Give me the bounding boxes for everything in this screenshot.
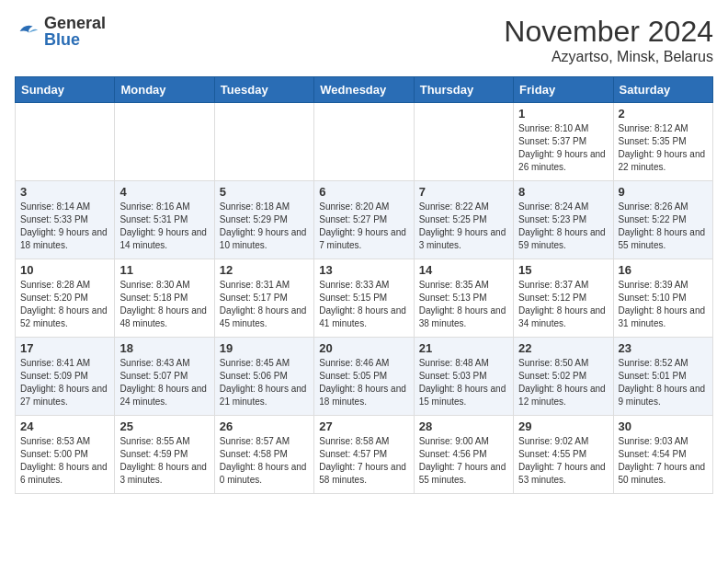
calendar-table: SundayMondayTuesdayWednesdayThursdayFrid… [15,76,713,494]
calendar-cell: 4Sunrise: 8:16 AM Sunset: 5:31 PM Daylig… [115,181,214,259]
day-number: 16 [619,263,708,277]
logo-bird-icon [15,18,40,44]
day-number: 1 [518,107,608,121]
day-number: 28 [419,419,508,433]
calendar-cell: 30Sunrise: 9:03 AM Sunset: 4:54 PM Dayli… [613,416,712,494]
day-info: Sunrise: 8:26 AM Sunset: 5:22 PM Dayligh… [619,201,708,252]
title-block: November 2024 Azyartso, Minsk, Belarus [504,15,713,65]
calendar-cell [16,103,115,181]
calendar-cell: 16Sunrise: 8:39 AM Sunset: 5:10 PM Dayli… [613,259,712,338]
day-info: Sunrise: 8:20 AM Sunset: 5:27 PM Dayligh… [319,201,408,252]
calendar-cell: 11Sunrise: 8:30 AM Sunset: 5:18 PM Dayli… [115,259,214,338]
day-info: Sunrise: 8:31 AM Sunset: 5:17 PM Dayligh… [220,279,309,330]
calendar-cell: 8Sunrise: 8:24 AM Sunset: 5:23 PM Daylig… [514,181,613,259]
day-number: 22 [518,341,608,355]
day-number: 20 [319,341,408,355]
calendar-body: 1Sunrise: 8:10 AM Sunset: 5:37 PM Daylig… [16,103,713,494]
day-number: 30 [619,419,708,433]
day-info: Sunrise: 8:50 AM Sunset: 5:02 PM Dayligh… [518,357,608,408]
calendar-cell: 29Sunrise: 9:02 AM Sunset: 4:55 PM Dayli… [514,416,613,494]
calendar-cell: 6Sunrise: 8:20 AM Sunset: 5:27 PM Daylig… [314,181,414,259]
day-number: 6 [319,185,408,199]
day-info: Sunrise: 8:10 AM Sunset: 5:37 PM Dayligh… [518,122,608,174]
logo-blue: Blue [44,31,106,48]
calendar-cell [414,103,513,181]
day-info: Sunrise: 8:55 AM Sunset: 4:59 PM Dayligh… [119,435,209,487]
calendar-cell: 1Sunrise: 8:10 AM Sunset: 5:37 PM Daylig… [514,103,613,181]
day-number: 21 [419,341,508,355]
page-subtitle: Azyartso, Minsk, Belarus [504,49,713,65]
day-info: Sunrise: 8:28 AM Sunset: 5:20 PM Dayligh… [20,279,109,330]
week-row-3: 10Sunrise: 8:28 AM Sunset: 5:20 PM Dayli… [16,259,713,338]
day-info: Sunrise: 8:24 AM Sunset: 5:23 PM Dayligh… [518,201,608,252]
calendar-cell: 13Sunrise: 8:33 AM Sunset: 5:15 PM Dayli… [314,259,414,338]
day-number: 23 [619,341,708,355]
day-number: 8 [518,185,608,199]
day-number: 11 [119,263,209,277]
calendar-cell: 23Sunrise: 8:52 AM Sunset: 5:01 PM Dayli… [613,338,712,416]
header-tuesday: Tuesday [214,77,313,103]
day-number: 18 [119,341,209,355]
day-info: Sunrise: 8:37 AM Sunset: 5:12 PM Dayligh… [518,279,608,330]
day-number: 2 [619,107,708,121]
day-info: Sunrise: 8:18 AM Sunset: 5:29 PM Dayligh… [220,201,309,252]
week-row-2: 3Sunrise: 8:14 AM Sunset: 5:33 PM Daylig… [16,181,713,259]
calendar-cell: 9Sunrise: 8:26 AM Sunset: 5:22 PM Daylig… [613,181,712,259]
calendar-cell: 2Sunrise: 8:12 AM Sunset: 5:35 PM Daylig… [613,103,712,181]
day-info: Sunrise: 8:57 AM Sunset: 4:58 PM Dayligh… [220,435,309,487]
week-row-5: 24Sunrise: 8:53 AM Sunset: 5:00 PM Dayli… [16,416,713,494]
day-info: Sunrise: 8:45 AM Sunset: 5:06 PM Dayligh… [220,357,309,408]
header-thursday: Thursday [414,77,513,103]
calendar-cell: 14Sunrise: 8:35 AM Sunset: 5:13 PM Dayli… [414,259,513,338]
day-info: Sunrise: 8:30 AM Sunset: 5:18 PM Dayligh… [119,279,209,330]
calendar-cell: 12Sunrise: 8:31 AM Sunset: 5:17 PM Dayli… [214,259,313,338]
header-saturday: Saturday [613,77,712,103]
day-number: 12 [220,263,309,277]
header-friday: Friday [514,77,613,103]
day-number: 4 [119,185,209,199]
calendar-cell: 28Sunrise: 9:00 AM Sunset: 4:56 PM Dayli… [414,416,513,494]
day-info: Sunrise: 9:00 AM Sunset: 4:56 PM Dayligh… [419,435,508,487]
day-number: 25 [119,419,209,433]
day-info: Sunrise: 8:16 AM Sunset: 5:31 PM Dayligh… [119,201,209,252]
day-number: 29 [518,419,608,433]
calendar-cell: 26Sunrise: 8:57 AM Sunset: 4:58 PM Dayli… [214,416,313,494]
calendar-cell: 3Sunrise: 8:14 AM Sunset: 5:33 PM Daylig… [16,181,115,259]
day-number: 24 [20,419,109,433]
header-sunday: Sunday [16,77,115,103]
calendar-cell: 15Sunrise: 8:37 AM Sunset: 5:12 PM Dayli… [514,259,613,338]
day-number: 9 [619,185,708,199]
day-info: Sunrise: 8:33 AM Sunset: 5:15 PM Dayligh… [319,279,408,330]
day-info: Sunrise: 8:43 AM Sunset: 5:07 PM Dayligh… [119,357,209,408]
calendar-cell: 18Sunrise: 8:43 AM Sunset: 5:07 PM Dayli… [115,338,214,416]
day-number: 19 [220,341,309,355]
calendar-cell: 25Sunrise: 8:55 AM Sunset: 4:59 PM Dayli… [115,416,214,494]
day-info: Sunrise: 8:53 AM Sunset: 5:00 PM Dayligh… [20,435,109,487]
calendar-cell: 7Sunrise: 8:22 AM Sunset: 5:25 PM Daylig… [414,181,513,259]
calendar-cell: 22Sunrise: 8:50 AM Sunset: 5:02 PM Dayli… [514,338,613,416]
day-number: 5 [220,185,309,199]
day-number: 26 [220,419,309,433]
header-monday: Monday [115,77,214,103]
day-number: 27 [319,419,408,433]
calendar-cell: 17Sunrise: 8:41 AM Sunset: 5:09 PM Dayli… [16,338,115,416]
logo-text: General Blue [44,15,106,48]
calendar-cell: 21Sunrise: 8:48 AM Sunset: 5:03 PM Dayli… [414,338,513,416]
day-number: 13 [319,263,408,277]
calendar-cell [314,103,414,181]
day-number: 7 [419,185,508,199]
day-info: Sunrise: 8:14 AM Sunset: 5:33 PM Dayligh… [20,201,109,252]
day-number: 15 [518,263,608,277]
calendar-cell [115,103,214,181]
day-info: Sunrise: 8:46 AM Sunset: 5:05 PM Dayligh… [319,357,408,408]
calendar-cell: 5Sunrise: 8:18 AM Sunset: 5:29 PM Daylig… [214,181,313,259]
header-wednesday: Wednesday [314,77,414,103]
day-number: 14 [419,263,508,277]
header-row: SundayMondayTuesdayWednesdayThursdayFrid… [16,77,713,103]
day-number: 10 [20,263,109,277]
day-info: Sunrise: 9:02 AM Sunset: 4:55 PM Dayligh… [518,435,608,487]
week-row-4: 17Sunrise: 8:41 AM Sunset: 5:09 PM Dayli… [16,338,713,416]
calendar-cell: 10Sunrise: 8:28 AM Sunset: 5:20 PM Dayli… [16,259,115,338]
calendar-cell [214,103,313,181]
calendar-cell: 20Sunrise: 8:46 AM Sunset: 5:05 PM Dayli… [314,338,414,416]
